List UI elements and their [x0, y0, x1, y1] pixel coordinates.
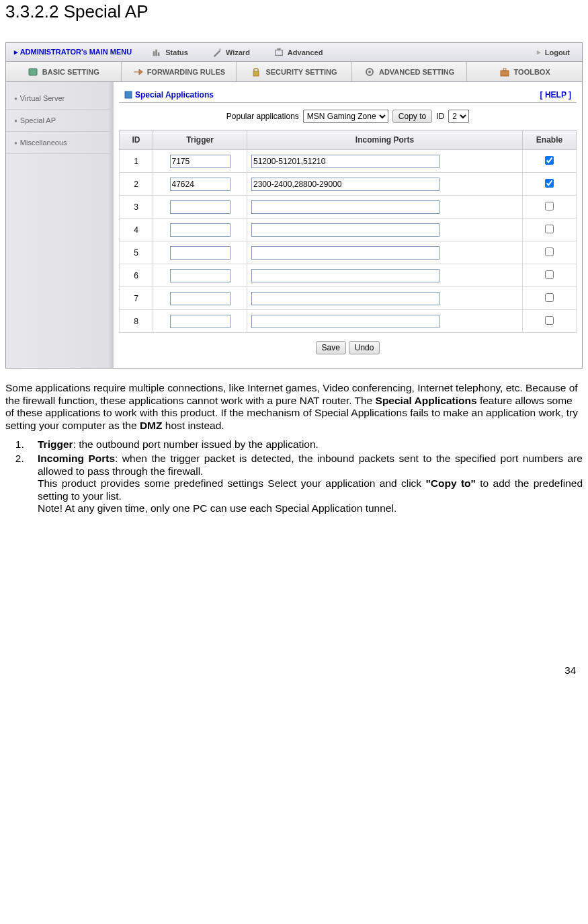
tab-toolbox[interactable]: TOOLBOX	[467, 62, 582, 81]
bullet-icon: ●	[14, 140, 17, 146]
svg-rect-7	[253, 71, 259, 76]
status-icon	[152, 48, 161, 57]
enable-checkbox[interactable]	[545, 225, 554, 233]
popular-applications-row: Popular applications MSN Gaming Zone Cop…	[119, 103, 577, 130]
incoming-ports-input[interactable]	[251, 292, 439, 305]
enable-checkbox[interactable]	[545, 270, 554, 279]
sidebar-special-ap[interactable]: ● Special AP	[6, 110, 114, 132]
copy-to-button[interactable]: Copy to	[392, 110, 432, 123]
button-row: Save Undo	[119, 333, 577, 362]
basic-setting-icon	[28, 67, 38, 77]
header-incoming: Incoming Ports	[247, 130, 523, 150]
enable-checkbox[interactable]	[545, 179, 554, 188]
menu-logout-label: Logout	[545, 48, 570, 56]
sidebar-miscellaneous[interactable]: ● Miscellaneous	[6, 132, 114, 154]
trigger-input[interactable]	[170, 178, 230, 191]
enable-checkbox[interactable]	[545, 202, 554, 210]
svg-point-3	[219, 48, 222, 50]
list-item-incoming-ports: Incoming Ports: when the trigger packet …	[27, 453, 583, 515]
table-row: 4	[120, 219, 577, 241]
trigger-input[interactable]	[170, 200, 230, 214]
tab-advanced-setting[interactable]: ADVANCED SETTING	[352, 62, 468, 81]
enable-checkbox[interactable]	[545, 293, 554, 302]
menu-advanced-label: Advanced	[288, 48, 323, 56]
list-item-trigger: Trigger: the outbound port number issued…	[27, 438, 583, 451]
help-link[interactable]: [ HELP ]	[540, 90, 571, 100]
cell-id: 5	[120, 241, 153, 264]
svg-rect-10	[501, 71, 509, 76]
incoming-ports-input[interactable]	[251, 223, 439, 237]
top-menu-bar: ▸ ADMINISTRATOR's MAIN MENU Status Wizar…	[6, 43, 582, 62]
toolbox-icon	[499, 67, 510, 77]
panel-title: Special Applications	[135, 90, 214, 100]
trigger-input[interactable]	[170, 246, 230, 260]
id-label: ID	[436, 112, 444, 121]
tab-forwarding-label: FORWARDING RULES	[147, 68, 226, 76]
incoming-ports-input[interactable]	[251, 178, 439, 191]
table-row: 8	[120, 310, 577, 333]
tab-basic-setting[interactable]: BASIC SETTING	[6, 62, 122, 81]
cell-id: 2	[120, 173, 153, 196]
cell-id: 4	[120, 219, 153, 241]
header-enable: Enable	[523, 130, 577, 150]
enable-checkbox[interactable]	[545, 316, 554, 325]
description-list: Trigger: the outbound port number issued…	[5, 438, 583, 515]
trigger-input[interactable]	[170, 315, 230, 328]
cell-id: 8	[120, 310, 153, 333]
menu-status[interactable]: Status	[140, 48, 200, 57]
undo-button[interactable]: Undo	[349, 341, 380, 354]
main-panel: Special Applications [ HELP ] Popular ap…	[114, 82, 582, 368]
menu-advanced[interactable]: Advanced	[262, 48, 335, 57]
menu-wizard-label: Wizard	[226, 48, 250, 56]
trigger-input[interactable]	[170, 269, 230, 282]
bullet-icon: ●	[14, 118, 17, 124]
incoming-ports-input[interactable]	[251, 315, 439, 328]
table-row: 7	[120, 287, 577, 310]
tab-security-label: SECURITY SETTING	[265, 68, 337, 76]
sidebar-miscellaneous-label: Miscellaneous	[20, 139, 67, 147]
sidebar-virtual-server-label: Virtual Server	[20, 94, 65, 102]
security-icon	[251, 67, 261, 77]
description-paragraph: Some applications require multiple conne…	[5, 382, 583, 432]
table-row: 3	[120, 196, 577, 219]
page-number: 34	[5, 516, 583, 683]
incoming-ports-input[interactable]	[251, 269, 439, 282]
tab-security-setting[interactable]: SECURITY SETTING	[237, 62, 352, 81]
special-apps-table: ID Trigger Incoming Ports Enable 1234567…	[119, 130, 577, 333]
svg-rect-0	[153, 51, 155, 56]
forwarding-icon	[132, 67, 143, 77]
bullet-icon: ●	[14, 95, 17, 102]
svg-rect-6	[29, 69, 37, 75]
enable-checkbox[interactable]	[545, 156, 554, 165]
cell-id: 3	[120, 196, 153, 219]
svg-rect-11	[503, 69, 506, 71]
popular-apps-select[interactable]: MSN Gaming Zone	[303, 110, 388, 123]
incoming-ports-input[interactable]	[251, 155, 439, 168]
trigger-input[interactable]	[170, 155, 230, 168]
table-row: 6	[120, 264, 577, 287]
svg-rect-4	[276, 50, 283, 55]
trigger-input[interactable]	[170, 223, 230, 237]
sidebar-virtual-server[interactable]: ● Virtual Server	[6, 87, 114, 110]
menu-logout[interactable]: ▸ Logout	[525, 48, 582, 56]
id-select[interactable]: 2	[448, 110, 469, 123]
trigger-input[interactable]	[170, 292, 230, 305]
tab-menu: BASIC SETTING FORWARDING RULES SECURITY …	[6, 62, 582, 82]
admin-menu-title: ▸ ADMINISTRATOR's MAIN MENU	[6, 48, 140, 56]
sidebar: ● Virtual Server ● Special AP ● Miscella…	[6, 82, 114, 368]
menu-status-label: Status	[165, 48, 188, 56]
save-button[interactable]: Save	[316, 341, 346, 354]
incoming-ports-input[interactable]	[251, 200, 439, 214]
cell-id: 6	[120, 264, 153, 287]
advanced-setting-icon	[364, 67, 375, 77]
incoming-ports-input[interactable]	[251, 246, 439, 260]
menu-wizard[interactable]: Wizard	[200, 48, 262, 57]
svg-rect-2	[158, 52, 160, 56]
tab-forwarding-rules[interactable]: FORWARDING RULES	[122, 62, 237, 81]
table-row: 1	[120, 150, 577, 173]
table-row: 2	[120, 173, 577, 196]
svg-point-9	[368, 71, 371, 73]
svg-rect-1	[156, 49, 158, 56]
enable-checkbox[interactable]	[545, 247, 554, 256]
popular-apps-label: Popular applications	[226, 112, 299, 121]
